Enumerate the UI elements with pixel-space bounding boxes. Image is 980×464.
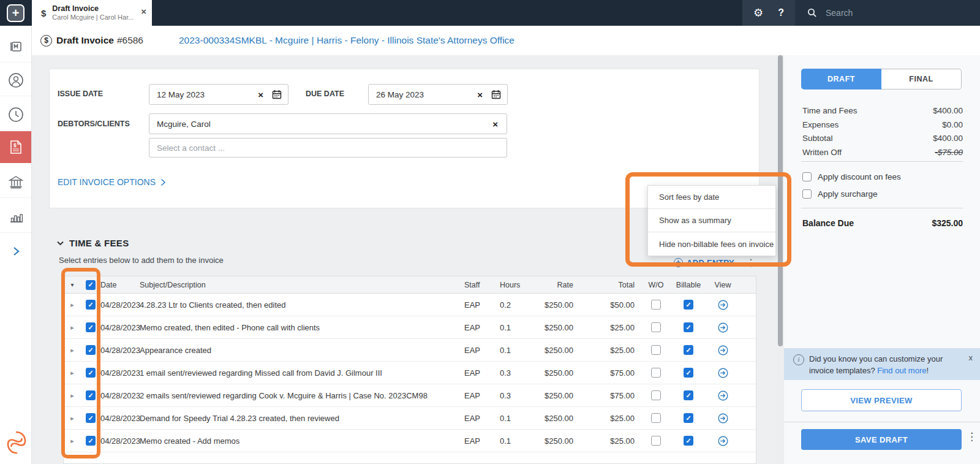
row-writeoff-checkbox[interactable]: [651, 390, 661, 400]
discount-checkbox[interactable]: [802, 172, 812, 181]
sidebar-item-billing[interactable]: $: [0, 131, 31, 163]
row-writeoff-checkbox[interactable]: [651, 413, 661, 423]
tab-close-icon[interactable]: ×: [141, 7, 146, 16]
view-entry-icon[interactable]: [718, 345, 728, 356]
row-view-link[interactable]: [706, 294, 740, 316]
add-entry-button[interactable]: + ADD ENTRY: [674, 258, 734, 267]
sidebar-item-reports[interactable]: [0, 201, 31, 233]
row-billable-checkbox[interactable]: [684, 300, 693, 310]
global-search[interactable]: Search: [795, 0, 980, 26]
view-preview-button[interactable]: VIEW PREVIEW: [801, 389, 962, 411]
row-select-checkbox[interactable]: [86, 436, 96, 446]
surcharge-checkbox[interactable]: [802, 189, 812, 199]
row-select-checkbox[interactable]: [86, 345, 96, 355]
row-view-link[interactable]: [706, 362, 740, 384]
row-view-link[interactable]: [706, 430, 740, 452]
issue-date-clear-icon[interactable]: ×: [258, 89, 263, 100]
column-wo[interactable]: W/O: [641, 276, 671, 293]
view-entry-icon[interactable]: [718, 436, 728, 446]
due-date-clear-icon[interactable]: ×: [477, 89, 483, 100]
save-draft-button[interactable]: SAVE DRAFT: [801, 429, 962, 450]
view-entry-icon[interactable]: [718, 368, 728, 378]
row-hours: 0.1: [489, 339, 523, 361]
edit-invoice-options-link[interactable]: EDIT INVOICE OPTIONS: [58, 177, 166, 187]
row-expander-icon[interactable]: ▸: [70, 437, 74, 445]
contact-select-input[interactable]: Select a contact ...: [149, 138, 507, 158]
row-writeoff-checkbox[interactable]: [651, 368, 661, 378]
column-date[interactable]: Date: [100, 276, 140, 293]
scrollbar-thumb[interactable]: [778, 55, 783, 346]
row-expander-icon[interactable]: ▸: [70, 324, 74, 332]
row-view-link[interactable]: [706, 316, 740, 338]
settings-gear-icon[interactable]: ⚙: [753, 7, 763, 18]
view-entry-icon[interactable]: [718, 413, 728, 424]
due-date-input[interactable]: 26 May 2023 ×: [368, 84, 508, 105]
row-view-link[interactable]: [706, 407, 740, 429]
row-writeoff-checkbox[interactable]: [651, 345, 661, 355]
column-description[interactable]: Subject/Description: [140, 276, 464, 293]
row-select-checkbox[interactable]: [86, 368, 96, 378]
column-hours[interactable]: Hours: [489, 276, 523, 293]
debtor-clear-icon[interactable]: ×: [492, 119, 498, 129]
row-view-link[interactable]: [706, 339, 740, 361]
page-title: Draft Invoice: [56, 35, 114, 46]
view-entry-icon[interactable]: [718, 322, 728, 333]
row-billable-checkbox[interactable]: [684, 436, 693, 446]
row-view-link[interactable]: [706, 384, 740, 406]
time-fees-section-header[interactable]: TIME & FEES: [57, 238, 129, 248]
matter-link[interactable]: 2023-000334SMKBL - Mcguire | Harris - Fe…: [179, 35, 514, 46]
add-entry-kebab-icon[interactable]: ⋮: [746, 257, 756, 268]
row-writeoff-checkbox[interactable]: [651, 322, 661, 332]
issue-date-input[interactable]: 12 May 2023 ×: [149, 84, 288, 105]
view-entry-icon[interactable]: [718, 300, 728, 310]
column-total[interactable]: Total: [579, 276, 641, 293]
row-expander-icon[interactable]: ▸: [70, 369, 74, 377]
new-tab-button[interactable]: +: [7, 4, 24, 22]
row-billable-checkbox[interactable]: [684, 345, 693, 355]
row-expander-icon[interactable]: ▸: [70, 346, 74, 354]
menu-item[interactable]: Sort fees by date: [648, 186, 775, 209]
view-entry-icon[interactable]: [718, 390, 728, 401]
banner-close-icon[interactable]: x: [969, 353, 973, 362]
row-expander-icon[interactable]: ▸: [70, 301, 74, 309]
issue-date-calendar-icon[interactable]: [272, 89, 282, 99]
draft-tab[interactable]: DRAFT: [801, 69, 881, 89]
row-expander-icon[interactable]: ▸: [70, 414, 74, 422]
row-select-checkbox[interactable]: [86, 413, 96, 423]
menu-item[interactable]: Hide non-billable fees on invoice: [648, 232, 775, 256]
tip-banner: i Did you know you can customize your in…: [784, 348, 980, 380]
menu-item[interactable]: Show as a summary: [648, 209, 775, 232]
row-writeoff-checkbox[interactable]: [651, 436, 661, 446]
vertical-scrollbar[interactable]: [777, 55, 784, 464]
column-staff[interactable]: Staff: [464, 276, 489, 293]
row-select-checkbox[interactable]: [86, 322, 96, 332]
sidebar-item-matters[interactable]: [0, 31, 31, 63]
sidebar-expand-button[interactable]: [0, 235, 31, 267]
select-dropdown-icon[interactable]: ▾: [70, 281, 74, 288]
row-billable-checkbox[interactable]: [684, 390, 693, 400]
find-out-more-link[interactable]: Find out more: [877, 366, 926, 375]
row-expander-icon[interactable]: ▸: [70, 392, 74, 400]
column-billable[interactable]: Billable: [671, 276, 706, 293]
final-tab[interactable]: FINAL: [881, 69, 962, 89]
row-billable-checkbox[interactable]: [684, 368, 693, 378]
row-billable-checkbox[interactable]: [684, 322, 693, 332]
column-rate[interactable]: Rate: [523, 276, 579, 293]
save-options-kebab-icon[interactable]: ⋮: [967, 430, 977, 443]
debtors-input[interactable]: Mcguire, Carol ×: [149, 113, 507, 134]
due-date-calendar-icon[interactable]: [491, 89, 501, 99]
row-writeoff-checkbox[interactable]: [651, 300, 661, 310]
help-icon[interactable]: ?: [778, 7, 784, 18]
apply-discount-option[interactable]: Apply discount on fees: [802, 172, 901, 181]
row-select-checkbox[interactable]: [86, 390, 96, 400]
sidebar-item-accounts[interactable]: [0, 166, 31, 198]
fee-table-row: ▸04/28/2023Demand for Speedy Trial 4.28.…: [64, 407, 756, 430]
sidebar-item-time[interactable]: [0, 99, 31, 131]
row-billable-checkbox[interactable]: [684, 413, 693, 423]
row-select-checkbox[interactable]: [86, 300, 96, 310]
column-view[interactable]: View: [706, 276, 740, 293]
tab-draft-invoice[interactable]: $ Draft Invoice Carol Mcguire | Carol Ha…: [32, 0, 152, 26]
sidebar-item-contacts[interactable]: [0, 64, 31, 96]
apply-surcharge-option[interactable]: Apply surcharge: [802, 189, 878, 199]
select-all-checkbox[interactable]: [86, 280, 96, 290]
